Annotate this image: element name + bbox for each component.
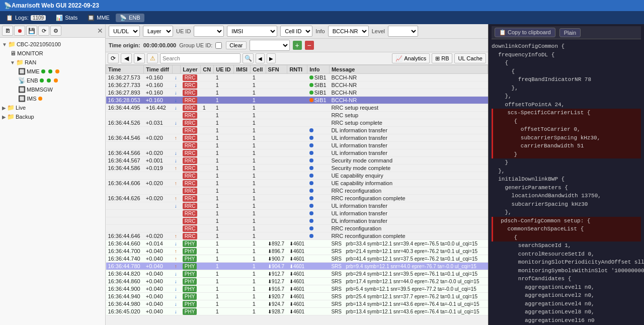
col-message[interactable]: Message [329, 65, 488, 74]
refresh-log-btn[interactable]: ⟳ [108, 53, 119, 63]
table-row[interactable]: RRC 1 1 UL information transfer [106, 142, 488, 149]
table-row[interactable]: 16:36:44.820 +0.040 ↓ PHY 1 1 ⬇912.7 ⬇46… [106, 270, 488, 278]
menubar: 📋 Logs: 1109 📊 Stats 🔲 MME 📡 ENB [0, 11, 644, 24]
imsi-select[interactable]: IMSI [227, 26, 277, 37]
table-row[interactable]: 16:36:27.573 +0.160 ↓ RRC 1 1 SIB1 BCCH-… [106, 74, 488, 82]
group-ue-checkbox[interactable] [215, 42, 222, 49]
next-btn[interactable]: ▶ [134, 53, 145, 63]
table-row[interactable]: 16:36:44.940 +0.040 ↓ PHY 1 1 ⬇920.7 ⬇46… [106, 293, 488, 300]
layer-select[interactable]: Layer RRC PHY [143, 26, 173, 37]
cell-timediff: +0.040 [144, 300, 173, 308]
table-row[interactable]: 16:36:44.567 +0.001 ↓ RRC 1 1 Security m… [106, 157, 488, 165]
cell-cell: 1 [251, 187, 266, 195]
cell-ueid: 1 [214, 142, 234, 149]
analytics-btn[interactable]: 📈 Analytics [392, 53, 430, 63]
enb-menu-item[interactable]: 📡 ENB [116, 14, 144, 22]
cell-cn [201, 149, 214, 157]
tree-item-monitor[interactable]: 🖥 MONITOR [0, 49, 105, 58]
table-row[interactable]: 16:36:44.700 +0.040 ↑ PHY 1 1 ⬇896.7 ⬇46… [106, 248, 488, 255]
search-input[interactable] [160, 53, 240, 63]
prev-btn[interactable]: ◀ [121, 53, 132, 63]
table-row[interactable]: 16:36:44.780 +0.040 ↑ PHY 1 1 ⬇904.7 ⬇46… [106, 263, 488, 270]
tree-item-ims[interactable]: 🔲 IMS [0, 94, 105, 103]
table-row[interactable]: RRC 1 1 RRC reconfiguration [106, 225, 488, 232]
logs-menu-item[interactable]: 📋 Logs: 1109 [2, 14, 50, 22]
table-row[interactable]: 16:36:44.900 +0.040 ↓ PHY 1 1 ⬇916.7 ⬇46… [106, 285, 488, 293]
col-cell[interactable]: Cell [251, 65, 266, 74]
table-row[interactable]: RRC 1 1 DL information transfer [106, 127, 488, 134]
cell-id-select[interactable]: Cell ID [280, 26, 312, 37]
table-row[interactable]: 16:36:28.053 +0.160 ↓ RRC 1 1 SIB1 BCCH-… [106, 97, 488, 104]
table-row[interactable]: 16:36:44.566 +0.020 ↓ RRC 1 1 UL informa… [106, 149, 488, 157]
cell-info [307, 134, 330, 142]
ul-cache-btn[interactable]: UL Cache [454, 53, 486, 63]
table-row[interactable]: RRC 1 1 UE capability enquiry [106, 172, 488, 180]
sidebar-refresh-btn[interactable]: ⟳ [38, 26, 49, 36]
warn-btn[interactable]: ⚠ [147, 53, 158, 63]
level-select[interactable] [388, 26, 418, 37]
bcch-nr-select[interactable]: BCCH-NR [328, 26, 369, 37]
clear-button[interactable]: Clear [226, 41, 246, 49]
table-row[interactable]: RRC 1 1 UL information transfer [106, 210, 488, 217]
col-cn[interactable]: CN [201, 65, 214, 74]
add-filter-button[interactable]: + [293, 41, 302, 50]
copy-clipboard-btn[interactable]: 📋 Copy to clipboard [495, 28, 555, 37]
sidebar-save-btn[interactable]: 💾 [26, 26, 37, 36]
tree-item-root[interactable]: ▼ 📁 CBC-2021050100 [0, 40, 105, 49]
table-row[interactable]: ↓ RRC 1 1 UL information transfer [106, 202, 488, 210]
table-row[interactable]: 16:36:44.586 +0.019 ↑ RRC 1 1 Security m… [106, 165, 488, 172]
table-row[interactable]: RRC 1 1 DL information transfer [106, 217, 488, 225]
table-row[interactable]: 16:36:27.893 +0.160 ↓ RRC 1 1 SIB1 BCCH-… [106, 89, 488, 97]
sidebar-new-btn[interactable]: 🖹 [2, 26, 13, 36]
cell-rnti [287, 172, 307, 180]
sidebar-config-btn[interactable]: ⚙ [50, 26, 61, 36]
col-info[interactable]: Info [307, 65, 330, 74]
col-time[interactable]: Time [106, 65, 144, 74]
search-next-btn[interactable]: ▶ [267, 53, 276, 63]
ul-dl-select[interactable]: UL/DL UL DL [109, 26, 140, 37]
sidebar-close-btn[interactable]: ✕ [97, 27, 103, 35]
cell-layer: RRC [181, 225, 201, 232]
table-row[interactable]: 16:36:44.526 +0.031 ↓ RRC 1 1 RRC setup … [106, 119, 488, 127]
col-imsi[interactable]: IMSI [234, 65, 251, 74]
tree-item-mbmsgw[interactable]: 🔲 MBMSGW [0, 85, 105, 94]
cell-cell: 1 [251, 149, 266, 157]
plain-btn[interactable]: Plain [559, 28, 581, 37]
col-sfn[interactable]: SFN [266, 65, 287, 74]
tree-item-enb[interactable]: 📡 ENB [0, 76, 105, 85]
stats-menu-item[interactable]: 📊 Stats [52, 14, 82, 22]
table-row[interactable]: 16:36:44.740 +0.040 ↑ PHY 1 1 ⬇900.7 ⬇46… [106, 255, 488, 263]
sidebar-open-btn[interactable]: ⏺ [14, 26, 25, 36]
tree-item-ran[interactable]: ▼ 📁 RAN [0, 58, 105, 67]
table-row[interactable]: 16:36:44.646 +0.020 ↑ RRC 1 1 RRC reconf… [106, 232, 488, 240]
table-row[interactable]: 16:36:27.733 +0.160 ↓ RRC 1 1 SIB1 BCCH-… [106, 82, 488, 89]
search-btn[interactable]: 🔍 [243, 53, 254, 63]
cell-imsi [234, 127, 251, 134]
table-row[interactable]: 16:36:44.860 +0.040 ↓ PHY 1 1 ⬇912.7 ⬇46… [106, 278, 488, 285]
table-row[interactable]: RRC 1 1 RRC reconfiguration [106, 187, 488, 195]
cell-layer: PHY [181, 293, 201, 300]
col-timediff[interactable]: Time diff [144, 65, 173, 74]
log-table-wrapper[interactable]: Time Time diff Layer CN UE ID IMSI Cell … [106, 65, 488, 325]
table-row[interactable]: RRC 1 1 RRC setup [106, 112, 488, 119]
table-row[interactable]: 16:36:44.606 +0.020 ↑ RRC 1 1 UE capabil… [106, 180, 488, 187]
ue-id-select[interactable] [194, 26, 224, 37]
cell-info [307, 165, 330, 172]
tree-item-live[interactable]: ▶ 📁 Live [0, 103, 105, 112]
col-ueid[interactable]: UE ID [214, 65, 234, 74]
col-layer[interactable]: Layer [181, 65, 201, 74]
table-row[interactable]: 16:36:44.980 +0.040 ↓ PHY 1 1 ⬇924.7 ⬇46… [106, 300, 488, 308]
search-prev-btn[interactable]: ◀ [256, 53, 265, 63]
table-row[interactable]: 16:36:44.660 +0.014 ↓ PHY 1 1 ⬇892.7 ⬇46… [106, 240, 488, 248]
table-row[interactable]: 16:36:45.020 +0.040 ↓ PHY 1 1 ⬇928.7 ⬇46… [106, 308, 488, 315]
tree-item-backup[interactable]: ▶ 📁 Backup [0, 112, 105, 121]
col-rnti[interactable]: RNTI [287, 65, 307, 74]
tree-item-mme[interactable]: 🔲 MME [0, 67, 105, 76]
clear-select[interactable] [250, 40, 290, 51]
remove-filter-button[interactable]: − [305, 41, 314, 50]
rb-btn[interactable]: ⊞ RB [432, 53, 452, 63]
table-row[interactable]: 16:36:44.626 +0.020 ↑ RRC 1 1 RRC reconf… [106, 195, 488, 202]
table-row[interactable]: 16:36:44.495 +16.442 ↓ RRC 1 1 1 RRC set… [106, 104, 488, 112]
table-row[interactable]: 16:36:44.546 +0.020 ↑ RRC 1 1 UL informa… [106, 134, 488, 142]
mme-menu-item[interactable]: 🔲 MME [84, 14, 114, 22]
